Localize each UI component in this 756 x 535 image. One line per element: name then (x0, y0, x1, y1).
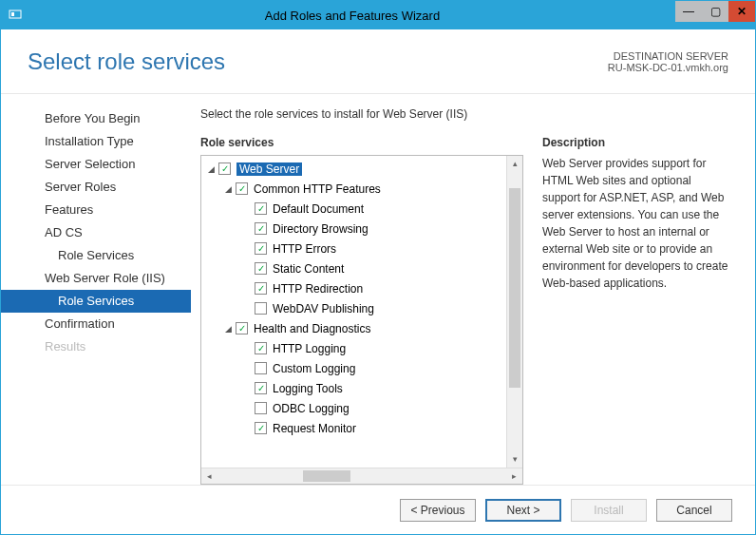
checkbox[interactable] (255, 402, 267, 414)
checkbox[interactable] (236, 182, 248, 195)
tree-node-custom-logging[interactable]: Custom Logging (201, 358, 522, 378)
role-services-tree: ◢ Web Server ◢ Common HTTP Features (200, 155, 523, 485)
tree-node-directory-browsing[interactable]: Directory Browsing (201, 219, 522, 239)
scroll-right-arrow-icon[interactable]: ▸ (506, 471, 522, 481)
svg-rect-0 (9, 10, 21, 18)
wizard-steps: Before You Begin Installation Type Serve… (1, 94, 191, 485)
checkbox[interactable] (255, 242, 267, 255)
tree-label: Custom Logging (273, 362, 355, 375)
tree-label: HTTP Logging (273, 342, 346, 355)
dest-server: RU-MSK-DC-01.vmkh.org (608, 62, 728, 73)
checkbox[interactable] (255, 362, 267, 374)
expand-icon[interactable]: ◢ (205, 163, 217, 175)
tree-label: HTTP Redirection (273, 282, 363, 296)
step-server-roles[interactable]: Server Roles (1, 176, 191, 199)
tree-label: WebDAV Publishing (273, 302, 374, 315)
tree-node-http-redirection[interactable]: HTTP Redirection (201, 278, 522, 298)
description-heading: Description (542, 136, 732, 149)
checkbox[interactable] (255, 422, 267, 434)
step-ad-cs[interactable]: AD CS (1, 221, 191, 244)
checkbox[interactable] (218, 162, 231, 175)
checkbox[interactable] (255, 202, 267, 215)
tree-label: Directory Browsing (273, 222, 369, 236)
step-server-selection[interactable]: Server Selection (1, 153, 191, 176)
tree-node-logging-tools[interactable]: Logging Tools (201, 378, 522, 398)
footer: < Previous Next > Install Cancel (1, 485, 755, 534)
vertical-scrollbar[interactable]: ▴ ▾ (506, 156, 522, 468)
close-button[interactable]: ✕ (728, 1, 755, 22)
step-before-you-begin[interactable]: Before You Begin (1, 107, 191, 130)
page-title: Select role services (28, 48, 225, 75)
tree-label: Common HTTP Features (254, 182, 381, 196)
tree-label: Default Document (273, 202, 364, 216)
horizontal-scrollbar[interactable]: ◂ ▸ (201, 468, 522, 484)
tree-label: Logging Tools (273, 382, 343, 395)
content: Select the role services to install for … (191, 94, 755, 485)
step-confirmation[interactable]: Confirmation (1, 313, 191, 335)
install-button: Install (571, 499, 647, 522)
tree-list: ◢ Web Server ◢ Common HTTP Features (201, 156, 522, 468)
window-title: Add Roles and Features Wizard (29, 9, 675, 23)
window-controls: — ▢ ✕ (675, 9, 755, 22)
tree-node-http-errors[interactable]: HTTP Errors (201, 239, 522, 258)
titlebar: Add Roles and Features Wizard — ▢ ✕ (1, 1, 755, 29)
step-ad-cs-role-services[interactable]: Role Services (1, 244, 191, 267)
step-features[interactable]: Features (1, 199, 191, 221)
tree-node-webdav[interactable]: WebDAV Publishing (201, 298, 522, 318)
tree-label: Static Content (273, 262, 344, 276)
app-icon (1, 8, 29, 24)
main: Before You Begin Installation Type Serve… (1, 94, 755, 485)
tree-label: Health and Diagnostics (254, 322, 370, 335)
checkbox[interactable] (255, 262, 267, 275)
step-web-role-services[interactable]: Role Services (1, 290, 191, 313)
expand-icon[interactable]: ◢ (222, 183, 234, 195)
scroll-left-arrow-icon[interactable]: ◂ (201, 471, 217, 481)
wizard-window: Add Roles and Features Wizard — ▢ ✕ Sele… (0, 0, 756, 535)
tree-node-http-logging[interactable]: HTTP Logging (201, 338, 522, 358)
next-button[interactable]: Next > (485, 499, 561, 522)
checkbox[interactable] (236, 322, 248, 334)
tree-node-health-diag[interactable]: ◢ Health and Diagnostics (201, 318, 522, 338)
cancel-button[interactable]: Cancel (656, 499, 732, 522)
svg-rect-1 (11, 12, 14, 16)
checkbox[interactable] (255, 302, 267, 315)
description-panel: Description Web Server provides support … (542, 136, 732, 485)
step-web-server-role[interactable]: Web Server Role (IIS) (1, 267, 191, 290)
panels: Role services ◢ Web Server ◢ Com (200, 136, 732, 485)
role-services-panel: Role services ◢ Web Server ◢ Com (200, 136, 523, 485)
dest-label: DESTINATION SERVER (608, 50, 728, 62)
tree-label: ODBC Logging (273, 402, 350, 415)
maximize-button[interactable]: ▢ (702, 1, 728, 22)
tree-node-web-server[interactable]: ◢ Web Server (201, 159, 522, 179)
step-installation-type[interactable]: Installation Type (1, 130, 191, 153)
hscroll-track[interactable] (217, 468, 506, 484)
tree-label: Request Monitor (273, 422, 356, 435)
tree-node-common-http[interactable]: ◢ Common HTTP Features (201, 179, 522, 199)
destination-info: DESTINATION SERVER RU-MSK-DC-01.vmkh.org (608, 50, 728, 73)
checkbox[interactable] (255, 382, 267, 394)
scroll-up-arrow-icon[interactable]: ▴ (507, 156, 522, 172)
tree-node-static-content[interactable]: Static Content (201, 258, 522, 278)
hscroll-thumb[interactable] (303, 470, 350, 482)
checkbox[interactable] (255, 282, 267, 295)
description-text: Web Server provides support for HTML Web… (542, 155, 732, 292)
tree-node-request-monitor[interactable]: Request Monitor (201, 418, 522, 438)
instruction-text: Select the role services to install for … (200, 107, 732, 121)
tree-label: Web Server (236, 162, 302, 176)
checkbox[interactable] (255, 342, 267, 354)
tree-label: HTTP Errors (273, 242, 336, 256)
scroll-thumb[interactable] (509, 188, 520, 388)
minimize-button[interactable]: — (675, 1, 702, 22)
checkbox[interactable] (255, 222, 267, 235)
previous-button[interactable]: < Previous (400, 499, 476, 522)
header: Select role services DESTINATION SERVER … (1, 29, 755, 94)
role-services-heading: Role services (200, 136, 523, 149)
step-results: Results (1, 335, 191, 358)
scroll-down-arrow-icon[interactable]: ▾ (507, 451, 522, 468)
tree-node-default-document[interactable]: Default Document (201, 199, 522, 219)
tree-node-odbc-logging[interactable]: ODBC Logging (201, 398, 522, 418)
expand-icon[interactable]: ◢ (222, 323, 234, 334)
